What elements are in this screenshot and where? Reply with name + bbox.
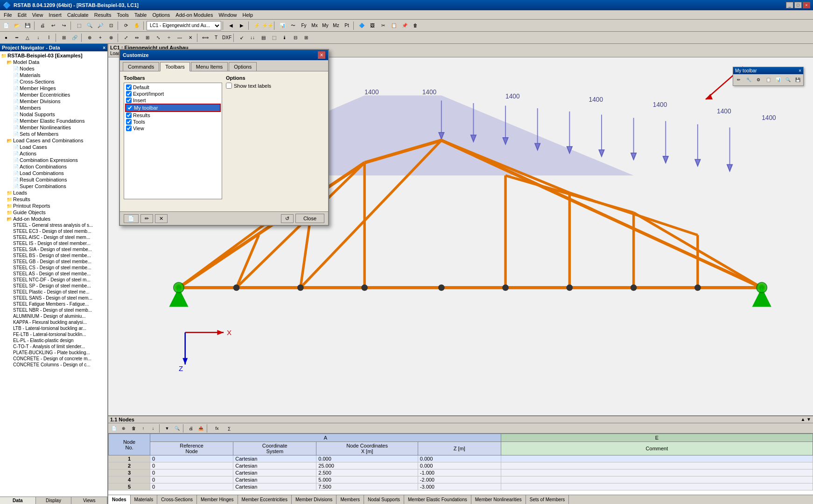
tree-elpl[interactable]: EL-PL - Elastic-plastic design [0, 337, 107, 343]
table-row[interactable]: 3 0 Cartesian 2.500 -1.000 [109, 469, 813, 476]
tree-action-comb[interactable]: 📄 Action Combinations [0, 163, 107, 170]
tb2-insert2[interactable]: + [95, 33, 105, 43]
row-2-x[interactable]: 25.000 [316, 462, 418, 469]
tb2-insert1[interactable]: ⊕ [84, 33, 95, 43]
tree-root[interactable]: 📁 RSTAB-Beispiel-03 [Examples] [0, 52, 107, 59]
tree-elastic-found[interactable]: 📄 Member Elastic Foundations [0, 118, 107, 124]
tb2-load[interactable]: ↓ [33, 33, 43, 43]
bt-calc-row[interactable]: ∑ [224, 424, 234, 433]
tree-hinges[interactable]: 📄 Member Hinges [0, 85, 107, 91]
dialog-list-item-tools[interactable]: Tools [125, 119, 221, 125]
table-row[interactable]: 1 0 Cartesian 0.000 0.000 [109, 455, 813, 462]
row-1-comment[interactable] [501, 455, 813, 462]
tb2-section[interactable]: I [44, 33, 54, 43]
tree-feltb[interactable]: FE-LTB - Lateral-torsional bucklin... [0, 331, 107, 337]
tb2-divide[interactable]: ÷ [164, 33, 174, 43]
row-2-z[interactable]: 0.000 [418, 462, 501, 469]
tb2-insert3[interactable]: ⊗ [106, 33, 116, 43]
tree-concrete[interactable]: CONCRETE - Design of concrete m... [0, 356, 107, 362]
row-2-ref[interactable]: 0 [150, 462, 233, 469]
tree-kappa[interactable]: KAPPA - Flexural buckling analysi... [0, 319, 107, 325]
tb-open[interactable]: 📂 [12, 21, 22, 31]
tab-member-elastic[interactable]: Member Elastic Foundations [404, 495, 471, 504]
cb-show-text[interactable] [226, 83, 232, 89]
bt-down[interactable]: ↓ [148, 424, 158, 433]
tree-members[interactable]: 📄 Members [0, 105, 107, 111]
row-4-comment[interactable] [501, 476, 813, 483]
close-button[interactable]: × [803, 2, 810, 8]
cb-insert[interactable] [126, 98, 132, 103]
ft-btn-1[interactable]: ✏ [734, 75, 743, 84]
navigator-close[interactable]: × [103, 45, 105, 50]
tb2-member[interactable]: ━ [12, 33, 22, 43]
tb-new[interactable]: 📄 [1, 21, 11, 31]
row-3-comment[interactable] [501, 469, 813, 476]
tree-steel-cs[interactable]: STEEL CS - Design of steel membe... [0, 265, 107, 271]
table-row[interactable]: 4 0 Cartesian 5.000 -2.000 [109, 476, 813, 483]
menu-insert[interactable]: Insert [46, 11, 64, 19]
tb2-array[interactable]: ⊞ [142, 33, 153, 43]
dialog-tab-commands[interactable]: Commands [123, 62, 159, 71]
tb2-load-temp[interactable]: 🌡 [280, 33, 290, 43]
row-5-coord[interactable]: Cartesian [233, 483, 316, 490]
tree-steel-fat[interactable]: STEEL Fatigue Members - Fatigue... [0, 301, 107, 307]
bt-search[interactable]: 🔍 [172, 424, 182, 433]
tree-load-comb[interactable]: 📄 Load Combinations [0, 170, 107, 176]
bt-export[interactable]: 📤 [196, 424, 205, 433]
tree-steel-gb[interactable]: STEEL GB - Design of steel membe... [0, 259, 107, 265]
tb-paste[interactable]: 📌 [399, 21, 410, 31]
row-3-coord[interactable]: Cartesian [233, 469, 316, 476]
ft-btn-3[interactable]: ⚙ [754, 75, 763, 84]
tb2-load-free[interactable]: ⬚ [269, 33, 279, 43]
tb-select[interactable]: ⬚ [74, 21, 84, 31]
tb-calc[interactable]: ⚡ [252, 21, 262, 31]
customize-dialog[interactable]: Customize × Commands Toolbars Menu Items… [119, 49, 329, 226]
dialog-list-item-mytoolbar[interactable]: My toolbar [125, 104, 221, 112]
row-3-z[interactable]: -1.000 [418, 469, 501, 476]
menu-calculate[interactable]: Calculate [64, 11, 91, 19]
tb-undo[interactable]: ↩ [48, 21, 58, 31]
row-5-ref[interactable]: 0 [150, 483, 233, 490]
cb-tools[interactable] [126, 119, 132, 125]
tb-print[interactable]: 🖨 [37, 21, 48, 31]
row-3-x[interactable]: 2.500 [316, 469, 418, 476]
tree-guide[interactable]: 📁 Guide Objects [0, 209, 107, 216]
table-row[interactable]: 2 0 Cartesian 25.000 0.000 [109, 462, 813, 469]
tree-steel-sia[interactable]: STEEL SIA - Design of steel membe... [0, 246, 107, 252]
tb2-connect[interactable]: — [175, 33, 185, 43]
row-4-z[interactable]: -2.000 [418, 476, 501, 483]
cb-mytoolbar[interactable] [127, 105, 133, 111]
tree-result-comb[interactable]: 📄 Result Combinations [0, 176, 107, 183]
tree-materials[interactable]: 📄 Materials [0, 72, 107, 78]
bt-new-row[interactable]: 📄 [109, 424, 119, 433]
dialog-close-button[interactable]: × [318, 51, 325, 59]
ft-btn-6[interactable]: 🔍 [783, 75, 792, 84]
tb2-grid[interactable]: ⊞ [59, 33, 69, 43]
floating-toolbar-close[interactable]: × [799, 68, 801, 73]
panel-tab-data[interactable]: Data [0, 497, 36, 504]
tb2-load-area[interactable]: ▤ [258, 33, 268, 43]
dialog-list-item-export[interactable]: Export/Import [125, 91, 221, 97]
menu-view[interactable]: View [29, 11, 46, 19]
tree-steel-sans[interactable]: STEEL SANS - Design of steel mem... [0, 295, 107, 301]
tree-divisions[interactable]: 📄 Member Divisions [0, 98, 107, 105]
tree-super-comb[interactable]: 📄 Super Combinations [0, 183, 107, 189]
tree-results[interactable]: 📁 Results [0, 196, 107, 203]
row-3-ref[interactable]: 0 [150, 469, 233, 476]
tb-prev-lc[interactable]: ◀ [226, 21, 236, 31]
tb-save[interactable]: 💾 [22, 21, 33, 31]
tree-steel-pl[interactable]: STEEL Plastic - Design of steel me... [0, 289, 107, 295]
tb2-scale[interactable]: ⤡ [153, 33, 163, 43]
bt-print[interactable]: 🖨 [186, 424, 196, 433]
tb-mz[interactable]: Mz [331, 21, 341, 31]
tree-model-data[interactable]: 📂 Model Data [0, 59, 107, 65]
tree-steel-is[interactable]: STEEL IS - Design of steel member... [0, 240, 107, 246]
tree-steel-ec3[interactable]: STEEL EC3 - Design of steel memb... [0, 228, 107, 234]
dialog-rename-btn[interactable]: ✏ [140, 214, 153, 223]
tb-delete[interactable]: 🗑 [410, 21, 421, 31]
menu-table[interactable]: Table [132, 11, 149, 19]
menu-options[interactable]: Options [149, 11, 173, 19]
menu-edit[interactable]: Edit [15, 11, 29, 19]
ft-btn-5[interactable]: 📊 [773, 75, 783, 84]
tab-nodes[interactable]: Nodes [108, 495, 131, 504]
